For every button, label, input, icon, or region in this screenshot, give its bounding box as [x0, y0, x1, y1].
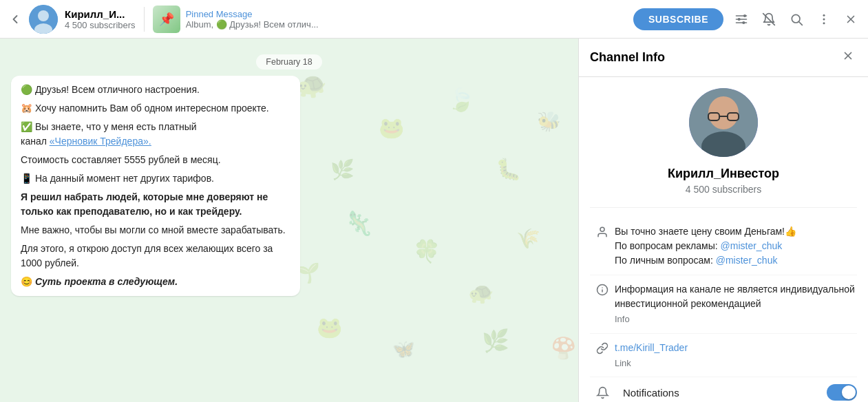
description-ad: По вопросам рекламы: @mister_chuk: [615, 239, 857, 253]
topbar: Кирилл_И... 4 500 subscribers 📌 Pinned M…: [0, 0, 868, 39]
chat-panel: 🐢 🐸 🌿 🍃 🐛 🦎 🌱 🍀 🐢 🌾 🐸 🦋 🌿 🐝 🍄 February 1: [0, 39, 578, 402]
svg-text:🦋: 🦋: [392, 338, 415, 360]
svg-point-7: [738, 17, 741, 20]
info-section: Вы точно знаете цену своим Деньгам!👍 По …: [590, 207, 857, 402]
message-bubble: 🟢 Друзья! Всем отличного настроения. 🐹 Х…: [11, 76, 300, 296]
personal-label: По личным вопросам:: [615, 255, 713, 266]
channel-subs-large: 4 500 subscribers: [686, 184, 762, 195]
channel-header-info[interactable]: Кирилл_И... 4 500 subscribers: [65, 8, 136, 30]
ad-link[interactable]: @mister_chuk: [721, 240, 783, 251]
svg-point-13: [823, 18, 825, 20]
svg-point-6: [743, 14, 746, 17]
svg-line-11: [799, 21, 803, 25]
description-text: Вы точно знаете цену своим Деньгам!👍 По …: [615, 224, 857, 268]
notifications-row: Notifications: [590, 377, 857, 402]
msg-4: Стоимость составляет 5555 рублей в месяц…: [21, 153, 290, 167]
channel-subscribers: 4 500 subscribers: [65, 20, 136, 30]
msg-7: Мне важно, чтобы вы могли со мной вместе…: [21, 223, 290, 237]
svg-point-1: [38, 10, 49, 21]
channel-link-url[interactable]: t.me/Kirill_Trader: [615, 342, 688, 353]
info-sublabel: Info: [615, 313, 857, 326]
back-button[interactable]: [6, 8, 29, 30]
msg-9: 😊 Суть проекта в следующем.: [21, 275, 290, 289]
notifications-label: Notifications: [623, 387, 679, 399]
link-icon: [590, 341, 615, 355]
channel-name: Кирилл_И...: [65, 8, 136, 20]
msg-2: 🐹 Хочу напомнить Вам об одном интересном…: [21, 101, 290, 116]
link-sublabel: Link: [615, 357, 857, 370]
manage-icon-button[interactable]: [729, 7, 754, 32]
svg-text:🍄: 🍄: [551, 336, 577, 361]
notifications-toggle[interactable]: [827, 384, 857, 401]
notification-icon: [590, 386, 615, 399]
svg-text:🌿: 🌿: [482, 328, 509, 354]
channel-avatar: [29, 5, 58, 34]
description-top: Вы точно знаете цену своим Деньгам!👍: [615, 224, 857, 239]
personal-link[interactable]: @mister_chuk: [716, 255, 778, 266]
svg-point-8: [742, 21, 745, 23]
close-panel-icon-button[interactable]: [839, 47, 857, 68]
channel-name-large: Кирилл_Инвестор: [668, 167, 779, 181]
msg-6: Я решил набрать людей, которые мне довер…: [21, 190, 290, 219]
notifications-left: Notifications: [590, 386, 679, 399]
mute-icon-button[interactable]: [756, 7, 781, 32]
msg-5: 📱 На данный момент нет других тарифов.: [21, 171, 290, 186]
svg-point-14: [823, 22, 825, 24]
topbar-icons: [729, 7, 862, 32]
main-area: 🐢 🐸 🌿 🍃 🐛 🦎 🌱 🍀 🐢 🌾 🐸 🦋 🌿 🐝 🍄 February 1: [0, 39, 868, 402]
date-badge-text: February 18: [256, 54, 321, 70]
svg-point-12: [823, 14, 825, 16]
date-badge: February 18: [11, 55, 567, 67]
description-row: Вы точно знаете цену своим Деньгам!👍 По …: [590, 218, 857, 275]
right-panel: Channel Info: [578, 39, 868, 402]
search-icon-button[interactable]: [784, 7, 809, 32]
channel-avatar-large: [689, 88, 758, 157]
chat-content: February 18 🟢 Друзья! Всем отличного нас…: [0, 39, 578, 308]
info-row: Информация на канале не является индивид…: [590, 275, 857, 334]
link-text-block: t.me/Kirill_Trader Link: [615, 341, 857, 370]
panel-title: Channel Info: [590, 50, 665, 65]
svg-point-40: [600, 227, 604, 231]
msg-3: ✅ Вы знаете, что у меня есть платныйкана…: [21, 120, 290, 149]
ad-label: По вопросам рекламы:: [615, 240, 718, 251]
header-divider: [144, 7, 145, 32]
description-icon: [590, 224, 615, 238]
right-panel-header: Channel Info: [579, 39, 868, 77]
subscribe-button[interactable]: SUBSCRIBE: [633, 8, 723, 30]
info-icon: [590, 282, 615, 296]
msg-1: 🟢 Друзья! Всем отличного настроения.: [21, 83, 290, 97]
pinned-text: Pinned Message Album, 🟢 Друзья! Всем отл…: [186, 9, 319, 30]
info-text-block: Информация на канале не является индивид…: [615, 282, 857, 326]
description-personal: По личным вопросам: @mister_chuk: [615, 253, 857, 268]
info-main-text: Информация на канале не является индивид…: [615, 282, 857, 311]
right-panel-body: Кирилл_Инвестор 4 500 subscribers Вы точ…: [579, 77, 868, 402]
pinned-thumb: 📌: [153, 6, 180, 33]
channel-link[interactable]: «Черновик Трейдера».: [50, 136, 151, 147]
svg-text:🐸: 🐸: [317, 315, 343, 340]
pinned-preview: Album, 🟢 Друзья! Всем отлич...: [186, 19, 319, 30]
pinned-label: Pinned Message: [186, 9, 319, 19]
link-row: t.me/Kirill_Trader Link: [590, 334, 857, 378]
msg-8: Для этого, я открою доступ для всех жела…: [21, 242, 290, 271]
close-panel-button[interactable]: [839, 8, 862, 31]
pinned-message[interactable]: 📌 Pinned Message Album, 🟢 Друзья! Всем о…: [153, 6, 633, 33]
more-icon-button[interactable]: [812, 7, 836, 32]
